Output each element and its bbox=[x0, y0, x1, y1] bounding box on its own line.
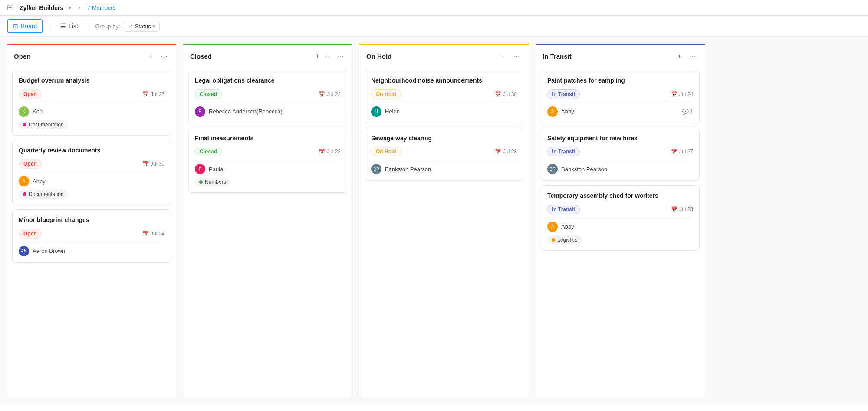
card-title-c10: Temporary assembly shed for workers bbox=[547, 192, 693, 200]
tag-label-c5: Numbers bbox=[205, 179, 226, 185]
card-date-c5: 📅 Jul 22 bbox=[319, 149, 341, 155]
card-status-badge-c10[interactable]: In Transit bbox=[547, 205, 580, 214]
column-body-intransit: Paint patches for samplingIn Transit📅 Ju… bbox=[536, 66, 705, 398]
card-status-row-c6: On Hold📅 Jul 30 bbox=[371, 89, 517, 99]
more-options-button-intransit[interactable]: ⋯ bbox=[687, 51, 698, 61]
column-header-open: Open+⋯ bbox=[7, 44, 176, 66]
card-divider-1-c6 bbox=[371, 103, 517, 103]
card-c8[interactable]: Paint patches for samplingIn Transit📅 Ju… bbox=[541, 70, 700, 123]
card-tag-c1[interactable]: Documentation bbox=[19, 120, 68, 129]
group-by-status-button[interactable]: ✓ Status ▾ bbox=[124, 21, 160, 32]
card-title-c9: Safety equipment for new hires bbox=[547, 134, 693, 143]
column-body-onhold: Neighbourhood noise announcementsOn Hold… bbox=[359, 66, 529, 398]
column-title-open: Open bbox=[14, 53, 30, 60]
workspace-dropdown-icon[interactable]: ▾ bbox=[69, 5, 71, 10]
card-assignee-row-c3: ABAaron Brown bbox=[19, 246, 164, 256]
card-c10[interactable]: Temporary assembly shed for workersIn Tr… bbox=[541, 185, 700, 251]
calendar-icon: 📅 bbox=[495, 149, 501, 155]
card-tag-c10[interactable]: Logistics bbox=[547, 235, 582, 244]
card-status-row-c8: In Transit📅 Jul 24 bbox=[547, 89, 693, 99]
card-status-badge-c4[interactable]: Closed bbox=[195, 89, 222, 99]
card-avatar-row-c3: ABAaron Brown bbox=[19, 246, 65, 256]
card-tag-c2[interactable]: Documentation bbox=[19, 190, 68, 199]
more-options-button-closed[interactable]: ⋯ bbox=[335, 51, 345, 61]
separator: • bbox=[78, 4, 80, 11]
calendar-icon: 📅 bbox=[319, 91, 325, 97]
card-date-c3: 📅 Jul 24 bbox=[142, 231, 164, 237]
card-avatar-row-c1: KKen bbox=[19, 106, 43, 117]
card-status-badge-c8[interactable]: In Transit bbox=[547, 89, 580, 99]
card-c6[interactable]: Neighbourhood noise announcementsOn Hold… bbox=[365, 70, 523, 123]
card-avatar-row-c9: BPBankston Pearson bbox=[547, 164, 607, 174]
card-c9[interactable]: Safety equipment for new hiresIn Transit… bbox=[541, 128, 700, 181]
view-bar: ⊡ Board | ☰ List | Group by: ✓ Status ▾ bbox=[0, 16, 868, 37]
avatar-c9: BP bbox=[547, 164, 558, 174]
avatar-c2: A bbox=[19, 176, 29, 186]
card-divider-1-c3 bbox=[19, 242, 164, 242]
board-view-button[interactable]: ⊡ Board bbox=[7, 19, 43, 33]
assignee-name-c10: Abby bbox=[561, 223, 574, 230]
card-status-badge-c5[interactable]: Closed bbox=[195, 147, 222, 156]
column-header-onhold: On Hold+⋯ bbox=[359, 44, 529, 66]
avatar-c1: K bbox=[19, 106, 29, 117]
avatar-c5: P bbox=[195, 164, 205, 174]
card-status-badge-c6[interactable]: On Hold bbox=[371, 89, 401, 99]
card-assignee-row-c4: RRebecca Anderson(Rebecca) bbox=[195, 106, 341, 117]
card-title-c2: Quarterly review documents bbox=[19, 146, 164, 155]
card-title-c1: Budget overrun analysis bbox=[19, 76, 164, 85]
assignee-name-c7: Bankston Pearson bbox=[385, 166, 431, 172]
card-date-c6: 📅 Jul 30 bbox=[495, 91, 517, 97]
list-view-button[interactable]: ☰ List bbox=[55, 20, 83, 32]
card-assignee-row-c5: PPaula bbox=[195, 164, 341, 174]
card-status-row-c2: Open📅 Jul 30 bbox=[19, 159, 164, 169]
column-body-closed: Legal obligations clearanceClosed📅 Jul 2… bbox=[183, 66, 352, 398]
card-status-badge-c7[interactable]: On Hold bbox=[371, 147, 401, 156]
calendar-icon: 📅 bbox=[142, 91, 149, 97]
card-c1[interactable]: Budget overrun analysisOpen📅 Jul 27KKenD… bbox=[12, 70, 171, 136]
card-avatar-row-c2: AAbby bbox=[19, 176, 46, 186]
column-onhold: On Hold+⋯Neighbourhood noise announcemen… bbox=[359, 44, 529, 398]
column-actions-intransit: +⋯ bbox=[676, 51, 698, 61]
card-c3[interactable]: Minor blueprint changesOpen📅 Jul 24ABAar… bbox=[12, 209, 171, 263]
add-card-button-intransit[interactable]: + bbox=[676, 52, 683, 61]
workspace-name[interactable]: Zylker Builders bbox=[20, 4, 63, 11]
view-divider: | bbox=[48, 23, 50, 30]
card-title-c8: Paint patches for sampling bbox=[547, 76, 693, 85]
card-c2[interactable]: Quarterly review documentsOpen📅 Jul 30AA… bbox=[12, 140, 171, 206]
more-options-button-onhold[interactable]: ⋯ bbox=[511, 51, 522, 61]
card-c7[interactable]: Sewage way clearingOn Hold📅 Jul 28BPBank… bbox=[365, 128, 523, 181]
card-status-row-c9: In Transit📅 Jul 27 bbox=[547, 147, 693, 156]
more-options-button-open[interactable]: ⋯ bbox=[159, 51, 169, 61]
column-body-open: Budget overrun analysisOpen📅 Jul 27KKenD… bbox=[7, 66, 176, 398]
card-assignee-row-c2: AAbby bbox=[19, 176, 164, 186]
card-status-row-c4: Closed📅 Jul 22 bbox=[195, 89, 341, 99]
card-assignee-row-c10: AAbby bbox=[547, 222, 693, 232]
calendar-icon: 📅 bbox=[671, 206, 677, 212]
card-status-badge-c9[interactable]: In Transit bbox=[547, 147, 580, 156]
card-avatar-row-c10: AAbby bbox=[547, 222, 574, 232]
assignee-name-c3: Aaron Brown bbox=[33, 248, 65, 254]
card-title-c4: Legal obligations clearance bbox=[195, 76, 341, 85]
members-link[interactable]: 7 Members bbox=[87, 4, 115, 11]
card-c4[interactable]: Legal obligations clearanceClosed📅 Jul 2… bbox=[188, 70, 347, 123]
card-assignee-row-c7: BPBankston Pearson bbox=[371, 164, 517, 174]
avatar-c4: R bbox=[195, 106, 205, 117]
card-tag-c5[interactable]: Numbers bbox=[195, 178, 230, 186]
card-c5[interactable]: Final measurementsClosed📅 Jul 22PPaulaNu… bbox=[188, 128, 347, 193]
add-card-button-closed[interactable]: + bbox=[323, 52, 331, 61]
column-intransit: In Transit+⋯Paint patches for samplingIn… bbox=[536, 44, 705, 398]
card-date-c8: 📅 Jul 24 bbox=[671, 91, 693, 97]
tag-dot-c1 bbox=[23, 123, 26, 126]
card-status-badge-c3[interactable]: Open bbox=[19, 229, 42, 239]
card-avatar-row-c7: BPBankston Pearson bbox=[371, 164, 431, 174]
add-card-button-onhold[interactable]: + bbox=[500, 52, 507, 61]
avatar-c7: BP bbox=[371, 164, 381, 174]
card-status-badge-c1[interactable]: Open bbox=[19, 89, 42, 99]
card-status-row-c7: On Hold📅 Jul 28 bbox=[371, 147, 517, 156]
card-status-badge-c2[interactable]: Open bbox=[19, 159, 42, 169]
add-card-button-open[interactable]: + bbox=[147, 52, 155, 61]
assignee-name-c1: Ken bbox=[33, 108, 43, 115]
card-title-c7: Sewage way clearing bbox=[371, 134, 517, 143]
workspace-icon: ⊞ bbox=[7, 3, 13, 12]
list-icon: ☰ bbox=[60, 23, 66, 30]
